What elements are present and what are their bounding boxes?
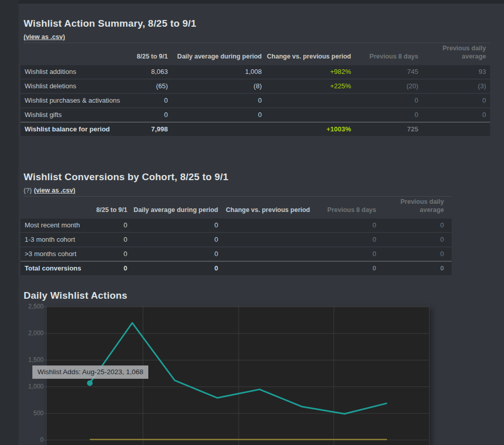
table-row-total: Total conversions 0 0 0 0: [21, 261, 452, 275]
header-previous-8-days: Previous 8 days: [351, 44, 418, 65]
cell-previous-8-days: 725: [351, 122, 418, 136]
header-daily-average: Daily average during period: [168, 44, 262, 65]
cell-daily-average: 0: [127, 247, 218, 261]
cohort-csv-row: (?)(view as .csv): [24, 187, 452, 197]
header-change: Change vs. previous period: [262, 44, 351, 65]
cell-period: 8,063: [123, 65, 168, 79]
y-axis-tick-label: 0: [18, 435, 44, 444]
cell-previous-8-days: 0: [310, 261, 376, 275]
row-label: 1-3 month cohort: [21, 233, 82, 247]
chart-title: Daily Wishlist Actions: [24, 289, 504, 302]
cell-previous-daily-average: 0: [376, 261, 452, 275]
cell-previous-daily-average: 93: [418, 65, 490, 79]
cell-period: 0: [82, 218, 127, 233]
y-axis-tick-label: 500: [18, 409, 44, 418]
wishlist-conversions-section: Wishlist Conversions by Cohort, 8/25 to …: [18, 171, 504, 275]
row-label: Total conversions: [21, 261, 82, 275]
cell-previous-daily-average: 0: [376, 247, 452, 261]
cell-previous-daily-average: 0: [376, 218, 452, 233]
header-previous-8-days: Previous 8 days: [310, 198, 376, 218]
summary-view-as-csv-link[interactable]: (view as .csv): [24, 33, 65, 41]
cell-previous-8-days: 0: [351, 108, 418, 122]
y-axis-tick-label: 2,000: [18, 328, 44, 338]
table-row: Most recent month 0 0 0 0: [21, 218, 452, 233]
cell-period: 0: [82, 233, 127, 247]
cohort-help-link[interactable]: (?): [24, 187, 32, 194]
cell-change: +982%: [262, 65, 351, 79]
row-label: Wishlist gifts: [21, 108, 123, 122]
cell-change: [262, 93, 351, 108]
cell-previous-8-days: 0: [310, 247, 376, 261]
window-top-edge: [0, 0, 504, 4]
header-period: 8/25 to 9/1: [123, 44, 168, 65]
header-period: 8/25 to 9/1: [82, 198, 127, 218]
wishlist-action-summary-table: 8/25 to 9/1 Daily average during period …: [21, 44, 490, 136]
table-row: >3 months cohort 0 0 0 0: [21, 247, 452, 261]
cell-previous-8-days: 0: [310, 233, 376, 247]
cell-change: [218, 261, 310, 275]
cell-period: 0: [123, 108, 168, 122]
cell-daily-average: 1,008: [168, 65, 262, 79]
table-row: Wishlist additions 8,063 1,008 +982% 745…: [21, 65, 490, 79]
row-label: Wishlist balance for period: [21, 122, 123, 136]
table-row-balance: Wishlist balance for period 7,998 +1003%…: [21, 122, 490, 136]
cohort-section-title: Wishlist Conversions by Cohort, 8/25 to …: [24, 171, 504, 183]
table-row: Wishlist gifts 0 0 0 0: [21, 108, 490, 122]
cell-daily-average: (8): [168, 79, 262, 93]
cell-daily-average: [168, 122, 262, 136]
cell-previous-8-days: 745: [351, 65, 418, 79]
header-daily-average: Daily average during period: [127, 198, 218, 218]
cell-previous-daily-average: [418, 122, 490, 136]
header-empty: [21, 44, 123, 65]
chart-tooltip: Wishlist Adds: Aug-25-2023, 1,068: [32, 365, 148, 379]
cell-previous-daily-average: 0: [376, 233, 452, 247]
cohort-view-as-csv-link[interactable]: (view as .csv): [34, 187, 75, 194]
row-label: Wishlist purchases & activations: [21, 93, 123, 108]
cell-previous-8-days: 0: [310, 218, 376, 233]
y-axis-tick-label: 2,500: [18, 302, 44, 311]
cell-change: [218, 233, 310, 247]
cell-change: +1003%: [262, 122, 351, 136]
table-header-row: 8/25 to 9/1 Daily average during period …: [21, 198, 452, 218]
cell-period: 0: [123, 93, 168, 108]
row-label: Wishlist additions: [21, 65, 123, 79]
table-row: Wishlist deletions (65) (8) +225% (20) (…: [21, 79, 490, 93]
cell-daily-average: 0: [168, 108, 262, 122]
summary-section-title: Wishlist Action Summary, 8/25 to 9/1: [24, 17, 504, 30]
cell-period: 0: [82, 261, 127, 275]
cell-change: [218, 247, 310, 261]
daily-wishlist-actions-section: Daily Wishlist Actions 2,500 2,000 1,500…: [18, 289, 504, 445]
page-left-gutter: [0, 0, 18, 445]
cell-daily-average: 0: [127, 261, 218, 275]
cell-change: [218, 218, 310, 233]
cell-change: [262, 108, 351, 122]
cell-previous-daily-average: (3): [418, 79, 490, 93]
header-change: Change vs. previous period: [218, 198, 310, 218]
y-axis-tick-label: 1,500: [18, 355, 44, 364]
row-label: >3 months cohort: [21, 247, 82, 261]
cell-previous-daily-average: 0: [418, 93, 490, 108]
summary-csv-row: (view as .csv): [24, 33, 490, 43]
cell-previous-daily-average: 0: [418, 108, 490, 122]
cell-previous-8-days: (20): [351, 79, 418, 93]
row-label: Most recent month: [21, 218, 82, 233]
row-label: Wishlist deletions: [21, 79, 123, 93]
cell-daily-average: 0: [127, 233, 218, 247]
cell-previous-8-days: 0: [351, 93, 418, 108]
daily-wishlist-chart: 2,500 2,000 1,500 1,000 500 0 Wishlist A…: [18, 302, 504, 445]
table-header-row: 8/25 to 9/1 Daily average during period …: [21, 44, 490, 65]
cell-daily-average: 0: [127, 218, 218, 233]
cell-period: (65): [123, 79, 168, 93]
cell-change: +225%: [262, 79, 351, 93]
table-row: Wishlist purchases & activations 0 0 0 0: [21, 93, 490, 108]
cell-daily-average: 0: [168, 93, 262, 108]
header-previous-daily-average: Previous daily average: [376, 198, 452, 218]
table-row: 1-3 month cohort 0 0 0 0: [21, 233, 452, 247]
y-axis-tick-label: 1,000: [18, 382, 44, 391]
report-content: Wishlist Action Summary, 8/25 to 9/1 (vi…: [18, 4, 504, 445]
wishlist-conversions-table: 8/25 to 9/1 Daily average during period …: [21, 198, 452, 275]
cell-period: 7,998: [123, 122, 168, 136]
header-empty: [21, 198, 82, 218]
header-previous-daily-average: Previous daily average: [418, 44, 490, 65]
wishlist-action-summary-section: Wishlist Action Summary, 8/25 to 9/1 (vi…: [18, 17, 504, 136]
